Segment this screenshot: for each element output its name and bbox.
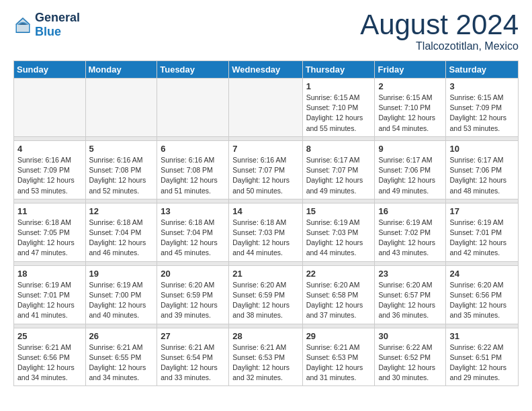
day-info: Sunrise: 6:19 AMSunset: 7:00 PMDaylight:… bbox=[89, 280, 154, 321]
calendar-day: 29Sunrise: 6:21 AMSunset: 6:53 PMDayligh… bbox=[302, 328, 375, 386]
day-number: 4 bbox=[17, 144, 82, 154]
calendar-day: 7Sunrise: 6:16 AMSunset: 7:07 PMDaylight… bbox=[229, 140, 302, 199]
day-info: Sunrise: 6:18 AMSunset: 7:03 PMDaylight:… bbox=[232, 218, 298, 259]
col-monday: Monday bbox=[85, 61, 157, 79]
day-number: 19 bbox=[89, 269, 154, 279]
calendar-day bbox=[85, 79, 157, 137]
calendar-day: 9Sunrise: 6:17 AMSunset: 7:06 PMDaylight… bbox=[375, 140, 446, 199]
location: Tlalcozotitlan, Mexico bbox=[360, 40, 519, 52]
calendar-day: 20Sunrise: 6:20 AMSunset: 6:59 PMDayligh… bbox=[157, 265, 229, 324]
calendar-week-row: 25Sunrise: 6:21 AMSunset: 6:56 PMDayligh… bbox=[14, 328, 519, 386]
col-tuesday: Tuesday bbox=[157, 61, 229, 79]
logo-text: General Blue bbox=[35, 11, 80, 39]
logo-icon bbox=[13, 15, 32, 34]
day-info: Sunrise: 6:22 AMSunset: 6:52 PMDaylight:… bbox=[378, 342, 442, 383]
calendar-day: 19Sunrise: 6:19 AMSunset: 7:00 PMDayligh… bbox=[85, 265, 157, 324]
day-number: 12 bbox=[89, 206, 154, 216]
day-number: 1 bbox=[306, 81, 371, 91]
day-number: 17 bbox=[449, 206, 515, 216]
day-info: Sunrise: 6:15 AMSunset: 7:09 PMDaylight:… bbox=[449, 93, 515, 134]
calendar-day: 5Sunrise: 6:16 AMSunset: 7:08 PMDaylight… bbox=[85, 140, 157, 199]
day-number: 23 bbox=[378, 269, 442, 279]
calendar-week-row: 11Sunrise: 6:18 AMSunset: 7:05 PMDayligh… bbox=[14, 203, 519, 261]
calendar-day: 25Sunrise: 6:21 AMSunset: 6:56 PMDayligh… bbox=[14, 328, 86, 386]
logo-blue-text: Blue bbox=[35, 25, 80, 39]
calendar-day: 14Sunrise: 6:18 AMSunset: 7:03 PMDayligh… bbox=[229, 203, 302, 261]
calendar: Sunday Monday Tuesday Wednesday Thursday… bbox=[13, 60, 519, 386]
calendar-day: 11Sunrise: 6:18 AMSunset: 7:05 PMDayligh… bbox=[14, 203, 86, 261]
header: General Blue August 2024 Tlalcozotitlan,… bbox=[13, 11, 519, 52]
calendar-day: 6Sunrise: 6:16 AMSunset: 7:08 PMDaylight… bbox=[157, 140, 229, 199]
day-info: Sunrise: 6:20 AMSunset: 6:59 PMDaylight:… bbox=[161, 280, 225, 321]
calendar-day: 22Sunrise: 6:20 AMSunset: 6:58 PMDayligh… bbox=[302, 265, 375, 324]
day-number: 8 bbox=[306, 144, 371, 154]
day-info: Sunrise: 6:17 AMSunset: 7:06 PMDaylight:… bbox=[378, 155, 442, 196]
calendar-day: 26Sunrise: 6:21 AMSunset: 6:55 PMDayligh… bbox=[85, 328, 157, 386]
day-info: Sunrise: 6:20 AMSunset: 6:56 PMDaylight:… bbox=[449, 280, 515, 321]
day-info: Sunrise: 6:21 AMSunset: 6:54 PMDaylight:… bbox=[161, 342, 225, 383]
title-section: August 2024 Tlalcozotitlan, Mexico bbox=[360, 11, 519, 52]
day-number: 25 bbox=[17, 331, 82, 341]
page: General Blue August 2024 Tlalcozotitlan,… bbox=[0, 0, 532, 397]
day-info: Sunrise: 6:19 AMSunset: 7:02 PMDaylight:… bbox=[378, 218, 442, 259]
month-title: August 2024 bbox=[360, 11, 519, 39]
calendar-day: 13Sunrise: 6:18 AMSunset: 7:04 PMDayligh… bbox=[157, 203, 229, 261]
day-number: 6 bbox=[161, 144, 225, 154]
day-number: 24 bbox=[449, 269, 515, 279]
day-info: Sunrise: 6:21 AMSunset: 6:56 PMDaylight:… bbox=[17, 342, 82, 383]
day-number: 13 bbox=[161, 206, 225, 216]
day-number: 27 bbox=[161, 331, 225, 341]
day-info: Sunrise: 6:18 AMSunset: 7:05 PMDaylight:… bbox=[17, 218, 82, 259]
calendar-day: 28Sunrise: 6:21 AMSunset: 6:53 PMDayligh… bbox=[229, 328, 302, 386]
day-number: 29 bbox=[306, 331, 371, 341]
calendar-day: 8Sunrise: 6:17 AMSunset: 7:07 PMDaylight… bbox=[302, 140, 375, 199]
day-number: 26 bbox=[89, 331, 154, 341]
logo: General Blue bbox=[13, 11, 80, 39]
col-saturday: Saturday bbox=[446, 61, 519, 79]
day-number: 21 bbox=[232, 269, 298, 279]
calendar-day: 10Sunrise: 6:17 AMSunset: 7:06 PMDayligh… bbox=[446, 140, 519, 199]
calendar-day: 27Sunrise: 6:21 AMSunset: 6:54 PMDayligh… bbox=[157, 328, 229, 386]
day-number: 16 bbox=[378, 206, 442, 216]
day-number: 11 bbox=[17, 206, 82, 216]
col-thursday: Thursday bbox=[302, 61, 375, 79]
calendar-day: 4Sunrise: 6:16 AMSunset: 7:09 PMDaylight… bbox=[14, 140, 86, 199]
day-number: 3 bbox=[449, 81, 515, 91]
day-info: Sunrise: 6:16 AMSunset: 7:09 PMDaylight:… bbox=[17, 155, 82, 196]
calendar-day bbox=[14, 79, 86, 137]
day-number: 14 bbox=[232, 206, 298, 216]
day-info: Sunrise: 6:17 AMSunset: 7:06 PMDaylight:… bbox=[449, 155, 515, 196]
day-info: Sunrise: 6:18 AMSunset: 7:04 PMDaylight:… bbox=[161, 218, 225, 259]
calendar-week-row: 18Sunrise: 6:19 AMSunset: 7:01 PMDayligh… bbox=[14, 265, 519, 324]
col-sunday: Sunday bbox=[14, 61, 86, 79]
day-number: 30 bbox=[378, 331, 442, 341]
day-number: 31 bbox=[449, 331, 515, 341]
calendar-day: 15Sunrise: 6:19 AMSunset: 7:03 PMDayligh… bbox=[302, 203, 375, 261]
calendar-day: 2Sunrise: 6:15 AMSunset: 7:10 PMDaylight… bbox=[375, 79, 446, 137]
day-number: 2 bbox=[378, 81, 442, 91]
day-info: Sunrise: 6:15 AMSunset: 7:10 PMDaylight:… bbox=[306, 93, 371, 134]
day-info: Sunrise: 6:19 AMSunset: 7:01 PMDaylight:… bbox=[449, 218, 515, 259]
col-wednesday: Wednesday bbox=[229, 61, 302, 79]
calendar-day bbox=[157, 79, 229, 137]
calendar-day: 12Sunrise: 6:18 AMSunset: 7:04 PMDayligh… bbox=[85, 203, 157, 261]
day-info: Sunrise: 6:21 AMSunset: 6:55 PMDaylight:… bbox=[89, 342, 154, 383]
day-number: 15 bbox=[306, 206, 371, 216]
calendar-day: 3Sunrise: 6:15 AMSunset: 7:09 PMDaylight… bbox=[446, 79, 519, 137]
calendar-day: 31Sunrise: 6:22 AMSunset: 6:51 PMDayligh… bbox=[446, 328, 519, 386]
calendar-day: 17Sunrise: 6:19 AMSunset: 7:01 PMDayligh… bbox=[446, 203, 519, 261]
day-info: Sunrise: 6:18 AMSunset: 7:04 PMDaylight:… bbox=[89, 218, 154, 259]
calendar-header-row: Sunday Monday Tuesday Wednesday Thursday… bbox=[14, 61, 519, 79]
calendar-week-row: 1Sunrise: 6:15 AMSunset: 7:10 PMDaylight… bbox=[14, 79, 519, 137]
day-info: Sunrise: 6:20 AMSunset: 6:59 PMDaylight:… bbox=[232, 280, 298, 321]
day-info: Sunrise: 6:15 AMSunset: 7:10 PMDaylight:… bbox=[378, 93, 442, 134]
calendar-day: 21Sunrise: 6:20 AMSunset: 6:59 PMDayligh… bbox=[229, 265, 302, 324]
day-info: Sunrise: 6:16 AMSunset: 7:08 PMDaylight:… bbox=[161, 155, 225, 196]
day-info: Sunrise: 6:17 AMSunset: 7:07 PMDaylight:… bbox=[306, 155, 371, 196]
day-info: Sunrise: 6:19 AMSunset: 7:01 PMDaylight:… bbox=[17, 280, 82, 321]
day-info: Sunrise: 6:21 AMSunset: 6:53 PMDaylight:… bbox=[232, 342, 298, 383]
day-number: 10 bbox=[449, 144, 515, 154]
calendar-day: 18Sunrise: 6:19 AMSunset: 7:01 PMDayligh… bbox=[14, 265, 86, 324]
day-number: 28 bbox=[232, 331, 298, 341]
calendar-week-row: 4Sunrise: 6:16 AMSunset: 7:09 PMDaylight… bbox=[14, 140, 519, 199]
